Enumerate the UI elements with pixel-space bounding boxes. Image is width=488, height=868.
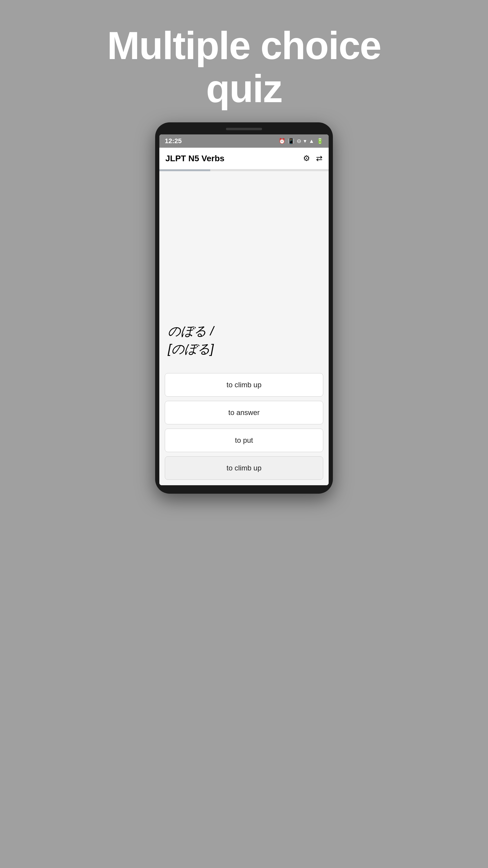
dnd-icon: ⊖ bbox=[297, 138, 301, 144]
battery-icon: 🔋 bbox=[317, 138, 323, 144]
status-icons: ⏰ 📳 ⊖ ▾ ▲ 🔋 bbox=[279, 138, 323, 144]
app-bar: JLPT N5 Verbs ⚙ ⇄ bbox=[159, 148, 329, 169]
answer-btn-1[interactable]: to climb up bbox=[165, 373, 323, 397]
status-time: 12:25 bbox=[165, 137, 182, 145]
answer-btn-2[interactable]: to answer bbox=[165, 401, 323, 424]
settings-icon[interactable]: ⚙ bbox=[303, 154, 310, 163]
answers-area: to climb up to answer to put to climb up bbox=[159, 370, 329, 485]
phone-outer: 12:25 ⏰ 📳 ⊖ ▾ ▲ 🔋 JLPT N5 Verbs ⚙ ⇄ bbox=[155, 122, 333, 494]
phone-mockup: 12:25 ⏰ 📳 ⊖ ▾ ▲ 🔋 JLPT N5 Verbs ⚙ ⇄ bbox=[155, 122, 333, 494]
question-text: のぼる / [のぼる] bbox=[168, 322, 214, 358]
answer-btn-4[interactable]: to climb up bbox=[165, 456, 323, 480]
wifi-icon: ▾ bbox=[304, 138, 306, 144]
signal-icon: ▲ bbox=[309, 138, 314, 144]
hero-title: Multiple choice quiz bbox=[107, 24, 381, 110]
vibrate-icon: 📳 bbox=[288, 138, 294, 144]
shuffle-icon[interactable]: ⇄ bbox=[316, 154, 323, 163]
alarm-icon: ⏰ bbox=[279, 138, 285, 144]
app-bar-title: JLPT N5 Verbs bbox=[165, 154, 224, 163]
phone-screen: 12:25 ⏰ 📳 ⊖ ▾ ▲ 🔋 JLPT N5 Verbs ⚙ ⇄ bbox=[159, 134, 329, 485]
phone-speaker bbox=[226, 128, 262, 130]
status-bar: 12:25 ⏰ 📳 ⊖ ▾ ▲ 🔋 bbox=[159, 134, 329, 148]
app-bar-icons: ⚙ ⇄ bbox=[303, 154, 323, 163]
answer-btn-3[interactable]: to put bbox=[165, 429, 323, 452]
question-area: のぼる / [のぼる] bbox=[159, 171, 329, 370]
